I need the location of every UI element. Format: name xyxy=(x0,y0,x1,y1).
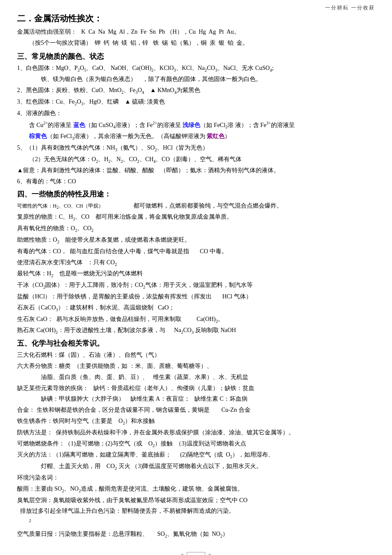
odorless-gas: （2）无色无味的气体：O2、H2、N2、CO2、CH4、CO（剧毒）、空气、稀有… xyxy=(17,154,375,165)
page-number: - 2 - xyxy=(187,552,205,555)
red-solid: 3、红色固体：Cu、Fe2O3、HgO、红磷 ▲ 硫磺: 淡黄色 xyxy=(17,97,375,107)
nutrients: 六大养分物质：糖类 （主要供能物质，如 ：米、面、蔗糖、葡萄糖等）、 xyxy=(17,361,375,371)
dry-ice: 干冰（CO2固体）：用于人工降雨，致冷剂；CO2气体：用于灭火，做温室肥料，制汽… xyxy=(17,280,375,291)
poisonous-co: 有毒的气体：CO， 能与血红蛋白结合使人中毒，煤气中毒就是指 CO 中毒。 xyxy=(17,246,375,257)
metal-activity-pinyin: （按5个一句挨次背诵） 钾 钙 钠 镁 铝，锌 铁 锡 铅（氢），铜 汞 银 铂… xyxy=(17,38,375,48)
metal-activity-series: 金属活动性由强至弱： K Ca Na Mg Al，Zn Fe Sn Pb （H）… xyxy=(17,27,375,37)
white-solid-2: 铁、镁为银白色（汞为银白色液态） ，除了有颜色的固体，其他固体一般为白色。 xyxy=(17,74,375,84)
arrow-right-icon xyxy=(209,553,214,555)
solution-color: 4、溶液的颜色： xyxy=(17,108,375,119)
fire-extinguish-2: 灯帽、土盖灭火焰，用 CO2 灭火 （3)降低温度至可燃物着火点以下，如用水灭火… xyxy=(17,461,375,472)
stimulative-gas: 5、（1）具有刺激性气体的气体：NH3（氨气）、SO2、HCl（皆为无色） xyxy=(17,143,375,153)
section3-title: 三、常见物质的颜色、状态 xyxy=(17,52,375,61)
section2-title: 二．金属活动性挨次： xyxy=(17,13,375,24)
air-quality: 空气质量日报：污染物主要指标是：总悬浮颗粒、 SO2、氮氧化物（如 NO2） xyxy=(17,529,375,540)
top-right-tagline: 一分耕耘 一分收获 xyxy=(325,4,375,12)
fire-extinguish: 灭火的方法：（1)隔离可燃物，如建立隔离带、釜底抽薪； (2)隔绝空气（或 O2… xyxy=(17,450,375,460)
combustion-support: 助燃性物质：O2 能使带火星木条复燃，或使燃着木条燃烧更旺。 xyxy=(17,235,375,246)
combustible-gas: 可燃性的气体：H2、CO、CH（甲烷） 都可做燃料，点燃前都要验纯，与空气混合点… xyxy=(17,201,375,211)
black-solid: 2、黑色固体：炭粉、铁粉、CuO、MnO2、Fe3O4 ▲ KMnO4为紫黑色 xyxy=(17,85,375,96)
limestone: 石灰石（CaCO3）：建筑材料，制水泥、高温煅烧制 CaO； xyxy=(17,303,375,313)
hydrochloric-acid: 盐酸（HCl）：用于除铁锈，是胃酸的主要成份，浓盐酸有挥发性（挥发出 HCl 气… xyxy=(17,292,375,302)
pollution-terms: 环境污染名词： xyxy=(17,473,375,483)
alloy: 合金： 生铁和钢都是铁的合金，区分是含碳量不同，钢含碳量低，黄铜是 Cu-Zn … xyxy=(17,405,375,415)
fossil-fuel: 三大化石燃料：煤（固）、石油（液）、自然气（气） xyxy=(17,350,375,360)
acid-rain: 酸雨：主要由 SO2、NO2造成，酸雨危害是使河流、土壤酸化，建筑 物、金属被腐… xyxy=(17,484,375,494)
element-deficiency: 缺乏某些元素导致的疾病： 缺钙：骨质疏松症（老年人）、佝偻病（儿童）；缺铁：贫血 xyxy=(17,383,375,393)
white-solid: 1、白色固体：MgO、P2O5、CaO、 NaOH、Ca(OH)2、KClO3、… xyxy=(17,63,375,74)
section5-title: 五、化学与社会相关常识。 xyxy=(17,338,375,348)
co2-note: 2 xyxy=(17,517,375,528)
combustion-condition: 可燃物燃烧条件：（1)是可燃物；(2)与空气（或 O2）接触 （3)温度到达可燃… xyxy=(17,439,375,449)
quicklime: 生石灰 CaO： 易与水反响并放热，做食品枯燥剂，可用来制取 Ca(OH)2。 xyxy=(17,314,375,325)
rust-prevention: 防锈方法是： 保持铁制品外表枯燥和干净，并在金属外表形成保护膜（涂油漆、涂油、镀… xyxy=(17,428,375,438)
co2-pollution: 排放过多引起全球气温上升白色污染：塑料随便丢弃，不易被降解而造成的污染。 xyxy=(17,506,375,516)
poisonous: 6、有毒的：气体：CO xyxy=(17,176,375,187)
reducibility: 复原性的物质：C、H2、CO 都可用来冶炼金属，将金属氧化物复原成金属单质。 xyxy=(17,212,375,223)
oxidizability: 具有氧化性的物质：O2、CO2 xyxy=(17,223,375,234)
page-footer: - 2 - xyxy=(17,552,375,555)
lightest-gas: 最轻气体：H2 也是唯一燃烧无污染的气体燃料 xyxy=(17,269,375,279)
element-deficiency-2: 缺碘：甲状腺肿大（大脖子病） 缺维生素 A：夜盲症； 缺维生素 C：坏血病 xyxy=(17,394,375,404)
limestone-water: 使澄清石灰水变浑浊气体 ：只有 CO2 xyxy=(17,257,375,268)
section4-title: 四、一些物质的特性及用途： xyxy=(17,189,375,199)
arrow-left-icon xyxy=(178,553,183,555)
rust-condition: 铁生锈条件：铁同时与空气（主要是 O2）和水接触 xyxy=(17,416,375,427)
stimulative-liquid: ▲留意：具有刺激性气味的液体：盐酸、硝酸、醋酸 （即醋）；氨水：酒精为有特别气体… xyxy=(17,165,375,176)
solution-cu: 含 Cu2+的溶液呈 蓝色（如 CuSO4溶液）；含 Fe2+的溶液呈 浅绿色（… xyxy=(17,119,375,130)
slaked-lime: 熟石灰 Ca(OH)2：用于改进酸性土壤，配制波尔多液，与 Na2CO3 反响制… xyxy=(17,325,375,336)
solution-fe3: 棕黄色（如 FeCl3溶液），其余溶液一般为无色。（高锰酸钾溶液为 紫红色） xyxy=(17,131,375,142)
nutrients-2: 油脂、蛋白质（鱼、肉、蛋、奶、豆）、 维生素（蔬菜、水果）、水、无机盐 xyxy=(17,372,375,382)
ozone-hole: 臭氧层空洞：臭氧能吸收紫外线，由于臭氧被氟里昂等破坏而形成温室效应；空气中 CO xyxy=(17,495,375,506)
